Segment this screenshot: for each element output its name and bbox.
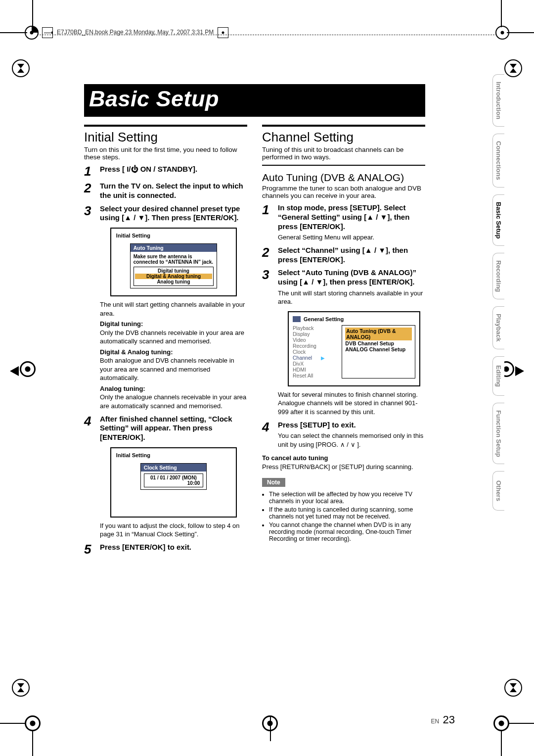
osd-clock-date: 01 / 01 / 2007 (MON) bbox=[147, 475, 200, 480]
page-lang: EN bbox=[431, 718, 440, 725]
page-number-value: 23 bbox=[441, 713, 455, 726]
crop-line bbox=[32, 729, 33, 756]
osd-menu-item: Playback bbox=[293, 325, 337, 331]
running-header: E7J70BD_EN.book Page 23 Monday, May 7, 2… bbox=[42, 27, 228, 38]
osd-menu-item: Reset All bbox=[293, 373, 337, 378]
step-title: Press [ I/⏻ ON / STANDBY]. bbox=[100, 165, 247, 174]
crop-line bbox=[270, 716, 271, 741]
step-4: 4 Press [SETUP] to exit. You can select … bbox=[262, 421, 425, 449]
chapter-title: Basic Setup bbox=[84, 84, 425, 117]
step-3: 3 Select your desired channel preset typ… bbox=[84, 204, 247, 411]
note-badge: Note bbox=[262, 478, 285, 487]
crop-line bbox=[507, 32, 534, 33]
step-number: 2 bbox=[262, 246, 274, 265]
step-2: 2 Turn the TV on. Select the input to wh… bbox=[84, 182, 247, 200]
osd-title: General Setting bbox=[304, 316, 344, 322]
column-left: Initial Setting Turn on this unit for th… bbox=[84, 125, 247, 711]
subhead-label: Digital tuning: bbox=[100, 320, 143, 328]
osd-panel-item: ANALOG Channel Setup bbox=[345, 346, 405, 352]
osd-title-row: General Setting bbox=[293, 316, 415, 322]
section-rule bbox=[262, 165, 425, 166]
step-title: Press [SETUP] to exit. bbox=[278, 421, 425, 430]
tab-connections[interactable]: Connections bbox=[492, 134, 504, 188]
osd-clock: 01 / 01 / 2007 (MON) 10:00 bbox=[144, 473, 204, 487]
subhead: Digital tuning: Only the DVB channels re… bbox=[100, 320, 247, 346]
section-lead: Turn on this unit for the first time, yo… bbox=[84, 146, 247, 161]
step-1: 1 In stop mode, press [SETUP]. Select “G… bbox=[262, 203, 425, 242]
crop-line bbox=[507, 723, 534, 724]
tab-recording[interactable]: Recording bbox=[492, 253, 504, 299]
step-number: 3 bbox=[84, 204, 96, 411]
subtext: Only the DVB channels receivable in your… bbox=[100, 329, 244, 345]
osd-inner-text: Make sure the antenna is connected to “A… bbox=[134, 254, 214, 286]
crop-line bbox=[32, 0, 33, 27]
osd-panel-item-selected: Auto Tuning (DVB & ANALOG) bbox=[345, 328, 412, 340]
step-4: 4 After finished channel setting, “Clock… bbox=[84, 415, 247, 539]
cancel-block: To cancel auto tuning Press [RETURN/BACK… bbox=[262, 454, 425, 471]
subtext: Only the analogue channels receivable in… bbox=[100, 393, 246, 410]
section-rule bbox=[84, 125, 247, 127]
step-title: Press [ENTER/OK] to exit. bbox=[100, 543, 247, 552]
tab-function-setup[interactable]: Function Setup bbox=[492, 403, 504, 465]
step-text: The unit will start storing channels ava… bbox=[278, 289, 425, 306]
registration-mark-icon bbox=[12, 679, 30, 697]
registration-mark-icon bbox=[25, 26, 39, 40]
osd-general-setting: General Setting Playback Display Video R… bbox=[288, 311, 420, 386]
osd-menu-item: DivX bbox=[293, 361, 337, 367]
osd-option: Analog tuning bbox=[135, 279, 213, 284]
registration-mark-icon bbox=[12, 59, 30, 77]
tab-playback[interactable]: Playback bbox=[492, 306, 504, 349]
cancel-head: To cancel auto tuning bbox=[262, 454, 328, 462]
note-item: The selection will be affected by how yo… bbox=[269, 491, 425, 505]
wait-text: Wait for several minutes to finish chann… bbox=[278, 390, 425, 399]
note-item: You cannot change the channel when DVD i… bbox=[269, 521, 425, 542]
steps-list: 1 Press [ I/⏻ ON / STANDBY]. 2 Turn the … bbox=[84, 165, 247, 556]
note-list: The selection will be affected by how yo… bbox=[269, 491, 425, 542]
arrow-right-icon bbox=[515, 366, 524, 376]
page-number: EN 23 bbox=[431, 713, 455, 726]
osd-inner-title: Clock Setting bbox=[141, 464, 207, 472]
steps-list: 1 In stop mode, press [SETUP]. Select “G… bbox=[262, 203, 425, 449]
osd-menu-list: Playback Display Video Recording Clock C… bbox=[293, 325, 337, 378]
subsection-title: Auto Tuning (DVB & ANALOG) bbox=[262, 172, 425, 184]
osd-menu-item: Video bbox=[293, 337, 337, 343]
crop-line bbox=[0, 32, 27, 33]
crop-line bbox=[501, 0, 502, 27]
subhead-label: Digital & Analog tuning: bbox=[100, 348, 173, 356]
tab-editing[interactable]: Editing bbox=[492, 356, 504, 396]
column-right: Channel Setting Tuning of this unit to b… bbox=[262, 125, 425, 711]
osd-menu-item-selected: Channel bbox=[293, 355, 337, 361]
arrow-left-icon bbox=[10, 366, 19, 376]
osd-option-selected: Digital & Analog tuning bbox=[135, 274, 213, 279]
osd-panel-item: DVB Channel Setup bbox=[345, 340, 394, 346]
header-dashed-rule bbox=[37, 35, 497, 35]
step-number: 2 bbox=[84, 182, 96, 200]
step-tail-text: If you want to adjust the clock, follow … bbox=[100, 521, 247, 539]
osd-inner-box: Auto Tuning Make sure the antenna is con… bbox=[130, 243, 218, 288]
step-tail-text: The unit will start getting channels ava… bbox=[100, 300, 247, 318]
subtext: Both analogue and DVB channels receivabl… bbox=[100, 357, 234, 381]
wait-text: Analogue channels will be stored in chan… bbox=[278, 399, 425, 416]
osd-title: Initial Setting bbox=[116, 452, 231, 458]
subsection-lead: Programme the tuner to scan both analogu… bbox=[262, 185, 425, 199]
crop-line bbox=[501, 729, 502, 756]
side-tabs: Introduction Connections Basic Setup Rec… bbox=[492, 74, 504, 511]
step-number: 5 bbox=[84, 543, 96, 556]
note-item: If the auto tuning is cancelled during s… bbox=[269, 506, 425, 520]
osd-panel: Auto Tuning (DVB & ANALOG) DVB Channel S… bbox=[342, 325, 415, 378]
step-5: 5 Press [ENTER/OK] to exit. bbox=[84, 543, 247, 556]
step-title: In stop mode, press [SETUP]. Select “Gen… bbox=[278, 203, 425, 231]
osd-title: Initial Setting bbox=[116, 233, 231, 238]
osd-menu-item: Recording bbox=[293, 343, 337, 349]
tab-others[interactable]: Others bbox=[492, 471, 504, 511]
tab-introduction[interactable]: Introduction bbox=[492, 74, 504, 127]
registration-mark-icon bbox=[504, 59, 522, 77]
subhead-label: Analog tuning: bbox=[100, 385, 145, 392]
step-number: 3 bbox=[262, 268, 274, 416]
step-text: You can select the channels memorised on… bbox=[278, 431, 425, 449]
registration-mark-icon bbox=[495, 26, 509, 40]
osd-initial-setting-clock: Initial Setting Clock Setting 01 / 01 / … bbox=[110, 447, 237, 518]
osd-columns: Playback Display Video Recording Clock C… bbox=[293, 325, 415, 378]
registration-mark-icon bbox=[493, 715, 509, 731]
tab-basic-setup[interactable]: Basic Setup bbox=[492, 194, 504, 246]
